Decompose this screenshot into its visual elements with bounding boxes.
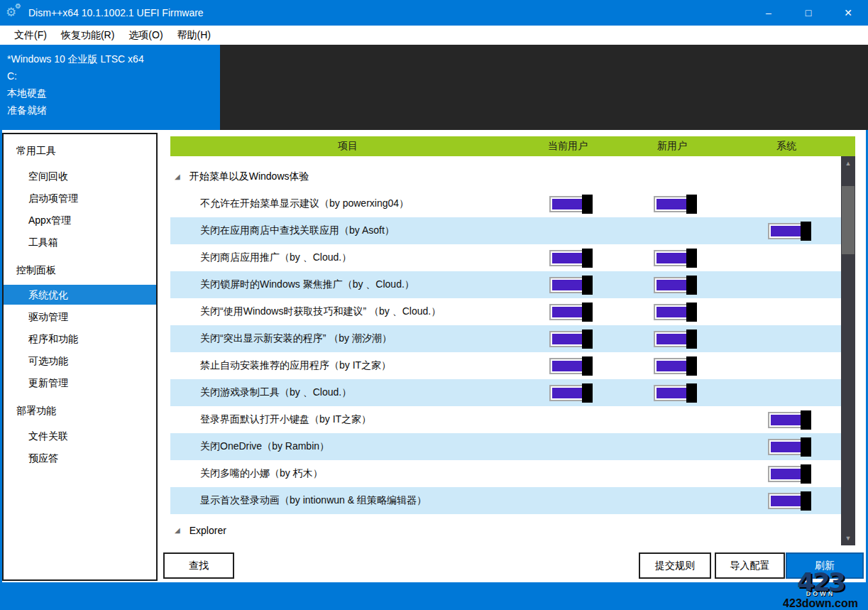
- table-row[interactable]: 关闭游戏录制工具（by 、Cloud.）: [170, 379, 841, 406]
- toggle-switch-on[interactable]: [549, 196, 586, 212]
- toggle-switch-on[interactable]: [654, 250, 691, 266]
- rules-panel: 项目当前用户新用户系统 ◢开始菜单以及Windows体验不允许在开始菜单显示建议…: [170, 136, 855, 550]
- scrollbar-thumb[interactable]: [842, 186, 855, 254]
- info-line: *Windows 10 企业版 LTSC x64: [7, 50, 220, 67]
- vertical-scrollbar[interactable]: ▲ ▼: [841, 156, 855, 545]
- toggle-switch-on[interactable]: [654, 331, 691, 347]
- sidebar-item[interactable]: 系统优化: [4, 285, 156, 305]
- image-info-panel[interactable]: *Windows 10 企业版 LTSC x64C:本地硬盘准备就绪: [0, 45, 220, 130]
- sidebar-item[interactable]: 驱动管理: [4, 306, 156, 328]
- menu-item[interactable]: 选项(O): [121, 26, 170, 45]
- sidebar-item[interactable]: Appx管理: [4, 209, 156, 232]
- window-title: Dism++x64 10.1.1002.1 UEFI Firmware: [28, 7, 204, 18]
- rule-label: 关闭多嘴的小娜（by 朽木）: [170, 467, 525, 480]
- rule-label: 关闭游戏录制工具（by 、Cloud.）: [170, 386, 525, 399]
- toggle-cell: [744, 466, 829, 482]
- toggle-switch-on[interactable]: [549, 385, 586, 401]
- maximize-button[interactable]: □: [789, 0, 828, 26]
- menu-bar: 文件(F)恢复功能(R)选项(O)帮助(H): [0, 26, 868, 45]
- menu-item[interactable]: 帮助(H): [170, 26, 218, 45]
- group-header-label: 开始菜单以及Windows体验: [189, 170, 309, 183]
- sidebar-section: 控制面板系统优化驱动管理程序和功能可选功能更新管理: [4, 259, 156, 394]
- sidebar-item[interactable]: 启动项管理: [4, 187, 156, 209]
- group-header-label: Explorer: [189, 525, 226, 536]
- sidebar-item[interactable]: 工具箱: [4, 232, 156, 254]
- sidebar-item[interactable]: 可选功能: [4, 350, 156, 372]
- rule-label: 关闭锁屏时的Windows 聚焦推广（by 、Cloud.）: [170, 278, 525, 291]
- toggle-switch-on[interactable]: [768, 223, 805, 239]
- toggle-switch-on[interactable]: [654, 277, 691, 293]
- toggle-switch-on[interactable]: [654, 358, 691, 374]
- toggle-switch-on[interactable]: [654, 304, 691, 320]
- toggle-knob: [582, 195, 593, 214]
- table-row[interactable]: 禁止自动安装推荐的应用程序（by IT之家）: [170, 352, 841, 379]
- sidebar-item[interactable]: 预应答: [4, 447, 156, 469]
- table-row[interactable]: 关闭多嘴的小娜（by 朽木）: [170, 460, 841, 487]
- info-line: 本地硬盘: [7, 85, 220, 102]
- menu-item[interactable]: 恢复功能(R): [54, 26, 121, 45]
- sidebar-item[interactable]: 文件关联: [4, 425, 156, 447]
- toggle-switch-on[interactable]: [549, 358, 586, 374]
- table-row[interactable]: 登录界面默认打开小键盘（by IT之家）: [170, 406, 841, 433]
- toggle-switch-on[interactable]: [549, 277, 586, 293]
- toggle-knob: [801, 222, 811, 241]
- close-button[interactable]: ✕: [828, 0, 868, 26]
- sidebar-section-header: 控制面板: [4, 259, 156, 281]
- dism-window: ⚙ ⚙ Dism++x64 10.1.1002.1 UEFI Firmware …: [0, 0, 868, 610]
- toggle-knob: [582, 303, 593, 322]
- collapse-triangle-icon[interactable]: ◢: [175, 527, 180, 534]
- table-row[interactable]: 不允许在开始菜单显示建议（by powerxing04）: [170, 190, 841, 217]
- toggle-switch-on[interactable]: [549, 331, 586, 347]
- scroll-up-icon[interactable]: ▲: [841, 156, 855, 170]
- toggle-switch-on[interactable]: [768, 466, 805, 482]
- scroll-down-icon[interactable]: ▼: [841, 531, 855, 545]
- submit-rules-button[interactable]: 提交规则: [639, 552, 711, 579]
- toggle-cell: [525, 250, 610, 266]
- toggle-switch-on[interactable]: [768, 493, 805, 509]
- group-header[interactable]: ◢Explorer: [170, 520, 841, 541]
- toggle-cell: [525, 304, 610, 320]
- collapse-triangle-icon[interactable]: ◢: [175, 173, 180, 180]
- rule-label: 关闭“突出显示新安装的程序” （by 潮汐潮）: [170, 332, 525, 345]
- toggle-cell: [525, 385, 610, 401]
- toggle-switch-on[interactable]: [549, 250, 586, 266]
- toggle-knob: [686, 249, 697, 268]
- rule-label: 显示首次登录动画（by intionwun & 组策略编辑器）: [170, 494, 525, 507]
- find-button[interactable]: 查找: [163, 552, 234, 579]
- toggle-knob: [686, 195, 697, 214]
- toggle-knob: [582, 276, 593, 295]
- minimize-button[interactable]: –: [749, 0, 789, 26]
- sidebar-items: 系统优化驱动管理程序和功能可选功能更新管理: [4, 285, 156, 394]
- toggle-switch-on[interactable]: [654, 385, 691, 401]
- table-row[interactable]: 关闭商店应用推广（by 、Cloud.）: [170, 244, 841, 271]
- toggle-switch-on[interactable]: [549, 304, 586, 320]
- toggle-cell: [744, 493, 829, 509]
- table-row[interactable]: 关闭“突出显示新安装的程序” （by 潮汐潮）: [170, 325, 841, 352]
- toggle-cell: [630, 196, 715, 212]
- toggle-knob: [686, 329, 697, 349]
- column-header-label: 新用户: [630, 140, 715, 153]
- sidebar-item[interactable]: 程序和功能: [4, 328, 156, 350]
- titlebar: ⚙ ⚙ Dism++x64 10.1.1002.1 UEFI Firmware …: [0, 0, 868, 26]
- sidebar-item[interactable]: 空间回收: [4, 165, 156, 187]
- toggle-switch-on[interactable]: [768, 412, 805, 428]
- table-row[interactable]: 关闭“使用Windows时获取技巧和建议” （by 、Cloud.）: [170, 298, 841, 325]
- sidebar-item[interactable]: 更新管理: [4, 372, 156, 394]
- rules-list: ◢开始菜单以及Windows体验不允许在开始菜单显示建议（by powerxin…: [170, 156, 841, 550]
- menu-item[interactable]: 文件(F): [7, 26, 54, 45]
- window-body: 常用工具空间回收启动项管理Appx管理工具箱控制面板系统优化驱动管理程序和功能可…: [2, 130, 866, 582]
- toggle-knob: [801, 491, 811, 511]
- sidebar-section: 部署功能文件关联预应答: [4, 400, 156, 469]
- table-row[interactable]: 显示首次登录动画（by intionwun & 组策略编辑器）: [170, 487, 841, 514]
- rule-label: 不允许在开始菜单显示建议（by powerxing04）: [170, 197, 525, 210]
- table-row[interactable]: 关闭锁屏时的Windows 聚焦推广（by 、Cloud.）: [170, 271, 841, 298]
- sidebar: 常用工具空间回收启动项管理Appx管理工具箱控制面板系统优化驱动管理程序和功能可…: [2, 133, 158, 581]
- rule-label: 关闭OneDrive（by Rambin）: [170, 440, 525, 453]
- rule-label: 关闭“使用Windows时获取技巧和建议” （by 、Cloud.）: [170, 305, 525, 318]
- table-row[interactable]: 关闭OneDrive（by Rambin）: [170, 433, 841, 460]
- table-row[interactable]: 关闭在应用商店中查找关联应用（by Asoft）: [170, 217, 841, 244]
- toggle-switch-on[interactable]: [654, 196, 691, 212]
- sidebar-items: 文件关联预应答: [4, 425, 156, 469]
- toggle-switch-on[interactable]: [768, 439, 805, 455]
- group-header[interactable]: ◢开始菜单以及Windows体验: [170, 163, 841, 190]
